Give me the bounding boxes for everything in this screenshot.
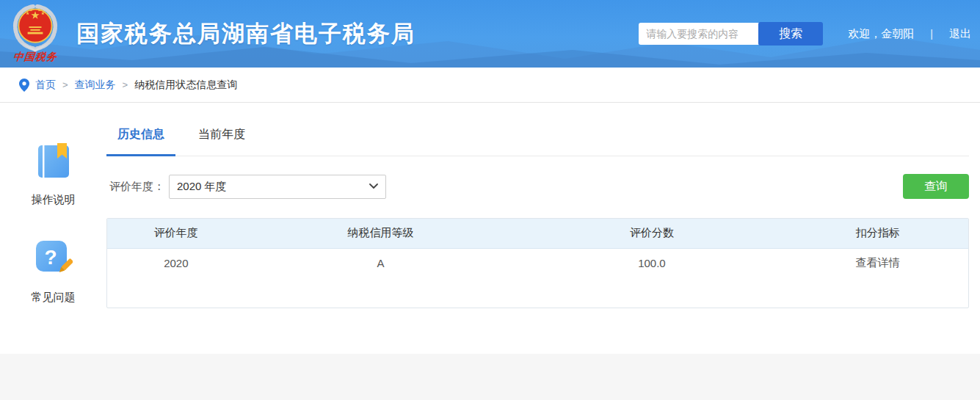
main-panel: 历史信息 当前年度 评价年度： 2020 年度 查询 评价年度 [106,103,969,332]
results-table: 评价年度 纳税信用等级 评价分数 扣分指标 2020 A 100.0 查看详情 [106,218,969,308]
selected-year-value: 2020 年度 [177,180,227,194]
question-icon: ? [35,239,73,276]
breadcrumb: 首页 > 查询业务 > 纳税信用状态信息查询 [0,68,980,103]
sidebar-item-label: 操作说明 [32,193,76,207]
breadcrumb-section[interactable]: 查询业务 [75,79,116,92]
tab-bar: 历史信息 当前年度 [106,127,969,156]
col-header-deduction: 扣分指标 [788,219,968,248]
header: 中国税务 国家税务总局湖南省电子税务局 搜索 欢迎，金朝阳 | 退出 [0,0,980,68]
footer-area [0,354,980,400]
header-right: 搜索 欢迎，金朝阳 | 退出 [639,22,980,46]
svg-text:?: ? [44,246,57,269]
col-header-year: 评价年度 [107,219,245,248]
tab-history-info[interactable]: 历史信息 [106,127,175,156]
logo-caption: 中国税务 [12,51,58,64]
header-separator: | [930,28,933,40]
national-tax-emblem-icon [9,4,62,52]
filter-row: 评价年度： 2020 年度 查询 [106,174,969,199]
search-input[interactable] [639,23,761,45]
breadcrumb-home[interactable]: 首页 [35,79,56,92]
search-button[interactable]: 搜索 [758,22,823,46]
tab-current-year[interactable]: 当前年度 [187,127,256,156]
help-sidebar: 操作说明 ? 常见问题 [0,103,106,332]
col-header-credit-level: 纳税信用等级 [245,219,516,248]
evaluation-year-label: 评价年度： [109,180,164,194]
welcome-text: 欢迎，金朝阳 [848,27,914,41]
cell-year: 2020 [107,248,245,277]
location-pin-icon [19,79,29,92]
sidebar-item-instructions[interactable]: 操作说明 [32,143,76,207]
view-details-link[interactable]: 查看详情 [788,248,968,277]
book-icon [35,143,72,178]
table-header-row: 评价年度 纳税信用等级 评价分数 扣分指标 [107,219,968,248]
cell-credit-level: A [245,248,516,277]
site-title: 国家税务总局湖南省电子税务局 [76,18,415,49]
tax-emblem-logo: 中国税务 [6,4,65,64]
breadcrumb-separator: > [123,79,128,90]
col-header-score: 评价分数 [516,219,787,248]
cell-score: 100.0 [516,248,787,277]
breadcrumb-separator: > [62,79,68,90]
sidebar-item-faq[interactable]: ? 常见问题 [32,239,76,305]
chevron-down-icon [369,183,378,189]
table-row: 2020 A 100.0 查看详情 [107,248,968,277]
content-area: 操作说明 ? 常见问题 历史信息 当前年度 [0,103,980,332]
logout-button[interactable]: 退出 [949,27,971,41]
sidebar-item-label: 常见问题 [32,291,76,305]
evaluation-year-select[interactable]: 2020 年度 [169,175,386,199]
query-button[interactable]: 查询 [903,174,969,199]
breadcrumb-current: 纳税信用状态信息查询 [134,79,237,92]
